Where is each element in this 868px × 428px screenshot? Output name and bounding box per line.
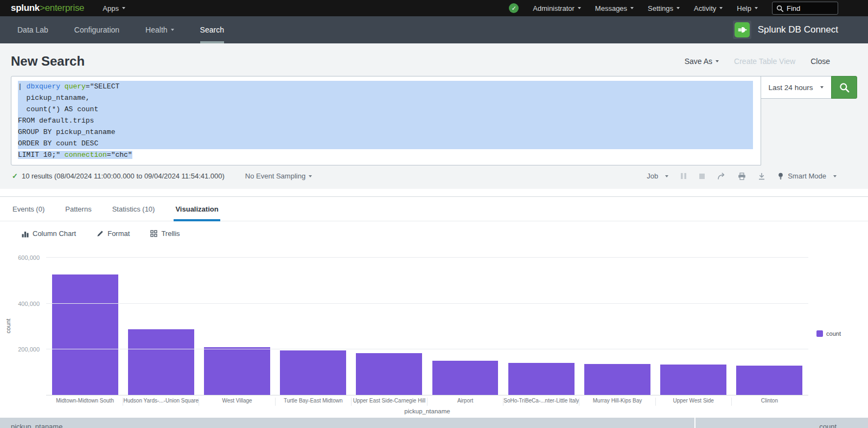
search-icon (839, 82, 850, 93)
caret-down-icon (578, 7, 581, 9)
nav-item-data-lab[interactable]: Data Lab (4, 16, 61, 43)
help-menu[interactable]: Help (737, 4, 758, 12)
plug-icon (735, 22, 750, 37)
chart-legend: count (816, 330, 841, 337)
app-title: Splunk DB Connect (758, 24, 838, 35)
x-axis-label: Airport (427, 398, 503, 406)
caret-down-icon (755, 7, 758, 9)
share-icon[interactable] (717, 173, 726, 180)
chart-bar[interactable] (280, 350, 346, 395)
chart-bar[interactable] (432, 361, 499, 395)
export-icon[interactable] (758, 173, 765, 180)
format-menu[interactable]: Format (97, 229, 130, 238)
page-title: New Search (11, 54, 85, 69)
bar-chart-icon (22, 230, 29, 238)
tab-patterns[interactable]: Patterns (63, 197, 93, 221)
chart-bar[interactable] (128, 329, 194, 395)
caret-down-icon (820, 86, 824, 88)
find-search-box[interactable] (772, 2, 838, 15)
gridline (46, 349, 808, 349)
x-axis-label: Turtle Bay-East Midtown (275, 398, 351, 406)
chart-type-picker[interactable]: Column Chart (22, 229, 76, 238)
y-axis-tick: 600,000 (0, 254, 40, 261)
column-header-pickup-ntaname[interactable]: pickup_ntaname (0, 418, 694, 428)
lightbulb-icon (777, 173, 784, 180)
close-button[interactable]: Close (810, 57, 830, 66)
caret-down-icon (833, 175, 837, 177)
chart-bar[interactable] (660, 365, 726, 395)
top-bar: splunk>enterprise Apps ✓ Administrator M… (0, 0, 868, 16)
visualization-toolbar: Column Chart Format Trellis (0, 221, 868, 244)
chart-bar[interactable] (736, 366, 802, 395)
x-axis-label: West Village (199, 398, 275, 406)
administrator-menu[interactable]: Administrator (533, 4, 581, 12)
tab-statistics[interactable]: Statistics (10) (111, 197, 157, 221)
search-mode-menu[interactable]: Smart Mode (777, 172, 837, 180)
x-axis-label: SoHo-TriBeCa-...nter-Little Italy (503, 398, 579, 406)
caret-down-icon (171, 29, 174, 31)
x-axis-labels: Midtown-Midtown SouthHudson Yards-...-Un… (46, 395, 808, 406)
chart-bar[interactable] (52, 274, 118, 395)
trellis-menu[interactable]: Trellis (150, 229, 180, 238)
messages-menu[interactable]: Messages (595, 4, 634, 12)
chart-plot-area: count count 200,000400,000600,000 (46, 257, 808, 395)
results-summary: 10 results (08/04/2024 11:00:00.000 to 0… (22, 172, 225, 180)
query-line[interactable]: | dbxquery query="SELECT (18, 81, 753, 92)
query-text: | dbxquery query="SELECT pickup_ntaname,… (18, 81, 753, 161)
statistics-table-header: pickup_ntaname count (0, 418, 868, 428)
gridline (46, 303, 808, 304)
search-header-region: New Search Save As Create Table View Clo… (0, 43, 868, 189)
create-table-view-button[interactable]: Create Table View (734, 57, 795, 66)
chart-bar[interactable] (584, 364, 650, 395)
legend-label[interactable]: count (826, 330, 841, 337)
job-menu[interactable]: Job (647, 172, 668, 180)
time-range-picker[interactable]: Last 24 hours (761, 76, 832, 99)
chart-bar[interactable] (356, 353, 422, 395)
x-axis-label: Upper West Side (655, 398, 731, 406)
caret-down-icon (309, 175, 312, 177)
y-axis-tick: 200,000 (0, 346, 40, 353)
caret-down-icon (676, 7, 680, 9)
query-line[interactable]: GROUP BY pickup_ntaname (18, 126, 753, 138)
query-line[interactable]: LIMIT 10;" connection="chc" (18, 149, 753, 161)
y-axis-tick: 400,000 (0, 301, 40, 307)
column-header-count[interactable]: count (695, 418, 868, 428)
search-query-editor[interactable]: | dbxquery query="SELECT pickup_ntaname,… (11, 76, 761, 165)
apps-menu[interactable]: Apps (103, 4, 125, 12)
chart-bar[interactable] (204, 347, 270, 395)
query-line[interactable]: pickup_ntaname, (18, 92, 753, 104)
nav-item-search[interactable]: Search (187, 16, 237, 43)
tab-events[interactable]: Events (0) (11, 197, 46, 221)
nav-item-configuration[interactable]: Configuration (61, 16, 132, 43)
x-axis-label: Murray Hill-Kips Bay (579, 398, 655, 406)
settings-menu[interactable]: Settings (648, 4, 680, 12)
find-input[interactable] (787, 4, 830, 12)
results-info-bar: ✓ 10 results (08/04/2024 11:00:00.000 to… (0, 165, 868, 180)
tab-visualization[interactable]: Visualization (174, 197, 220, 221)
caret-down-icon (630, 7, 634, 9)
pause-icon[interactable] (680, 173, 687, 180)
stop-icon[interactable] (699, 173, 705, 180)
x-axis-label: Upper East Side-Carnegie Hill (351, 398, 427, 406)
x-axis-label: Clinton (731, 398, 807, 406)
caret-down-icon (719, 7, 723, 9)
gridline (46, 257, 808, 258)
event-sampling-menu[interactable]: No Event Sampling (245, 172, 312, 180)
run-search-button[interactable] (831, 76, 857, 99)
activity-menu[interactable]: Activity (694, 4, 723, 12)
nav-item-health[interactable]: Health (132, 16, 187, 43)
search-icon (776, 5, 783, 12)
save-as-button[interactable]: Save As (685, 57, 719, 66)
query-line[interactable]: ORDER BY count DESC (18, 138, 753, 149)
x-axis-label: Midtown-Midtown South (47, 398, 123, 406)
health-status-icon[interactable]: ✓ (509, 3, 519, 13)
check-icon: ✓ (12, 172, 18, 180)
print-icon[interactable] (738, 173, 746, 180)
chart-bar[interactable] (508, 363, 575, 395)
legend-swatch (816, 330, 823, 337)
column-chart: count count 200,000400,000600,000 Midtow… (0, 244, 868, 414)
query-line[interactable]: count(*) AS count (18, 104, 753, 115)
query-line[interactable]: FROM default.trips (18, 115, 753, 126)
bars-container (46, 257, 808, 395)
app-nav-bar: Data Lab Configuration Health Search Spl… (0, 16, 868, 43)
